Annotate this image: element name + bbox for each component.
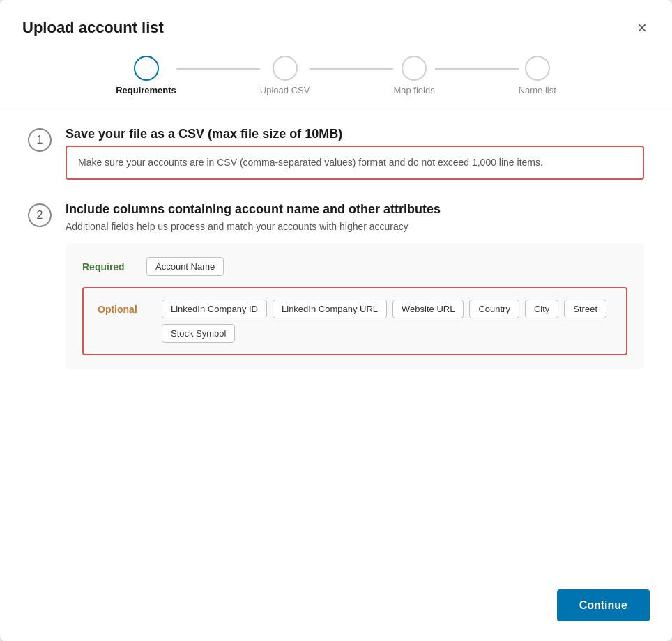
step-map-fields: Map fields — [393, 56, 434, 95]
tag-city: City — [525, 300, 558, 318]
step-label-2: Upload CSV — [260, 85, 310, 95]
step-name-list: Name list — [519, 56, 556, 95]
tag-street: Street — [564, 300, 606, 318]
step-label-1: Requirements — [116, 85, 176, 95]
required-tags: Account Name — [146, 257, 224, 276]
section-1: 1 Save your file as a CSV (max file size… — [28, 127, 644, 180]
section-2-content: Include columns containing account name … — [66, 202, 644, 369]
step-circle-4 — [525, 56, 550, 81]
section-2-title: Include columns containing account name … — [66, 202, 644, 217]
section-2: 2 Include columns containing account nam… — [28, 202, 644, 369]
tag-website-url: Website URL — [392, 300, 464, 318]
step-label-3: Map fields — [393, 85, 434, 95]
required-field-row: Required Account Name — [82, 257, 627, 276]
stepper: Requirements Upload CSV Map fields Name … — [0, 39, 672, 107]
step-label-4: Name list — [519, 85, 556, 95]
section-1-highlight: Make sure your accounts are in CSV (comm… — [66, 146, 644, 180]
optional-label: Optional — [98, 300, 153, 315]
tag-account-name: Account Name — [146, 257, 224, 276]
optional-tags: LinkedIn Company ID LinkedIn Company URL… — [162, 300, 612, 343]
continue-button[interactable]: Continue — [557, 589, 650, 621]
step-number-1: 1 — [28, 128, 52, 152]
modal-title: Upload account list — [22, 19, 164, 37]
fields-area: Required Account Name Optional LinkedIn … — [66, 243, 644, 369]
modal-body: 1 Save your file as a CSV (max file size… — [0, 107, 672, 589]
tag-stock-symbol: Stock Symbol — [162, 324, 235, 343]
step-circle-3 — [402, 56, 427, 81]
step-upload-csv: Upload CSV — [260, 56, 310, 95]
section-1-content: Save your file as a CSV (max file size o… — [66, 127, 644, 180]
step-circle-1 — [134, 56, 159, 81]
optional-field-row: Optional LinkedIn Company ID LinkedIn Co… — [98, 300, 612, 343]
section-1-title: Save your file as a CSV (max file size o… — [66, 127, 644, 141]
step-connector-2 — [310, 68, 393, 70]
optional-section-box: Optional LinkedIn Company ID LinkedIn Co… — [82, 287, 627, 355]
step-connector-3 — [435, 68, 519, 70]
step-number-2: 2 — [28, 203, 52, 227]
modal-header: Upload account list × — [0, 0, 672, 39]
step-requirements: Requirements — [116, 56, 176, 95]
tag-country: Country — [469, 300, 519, 318]
step-connector-1 — [176, 68, 260, 70]
tag-linkedin-company-id: LinkedIn Company ID — [162, 300, 267, 318]
step-circle-2 — [273, 56, 298, 81]
modal-footer: Continue — [0, 589, 672, 641]
required-label: Required — [82, 257, 138, 272]
tag-linkedin-company-url: LinkedIn Company URL — [273, 300, 387, 318]
close-button[interactable]: × — [634, 17, 650, 39]
modal: Upload account list × Requirements Uploa… — [0, 0, 672, 641]
section-2-desc: Additional fields help us process and ma… — [66, 221, 644, 232]
